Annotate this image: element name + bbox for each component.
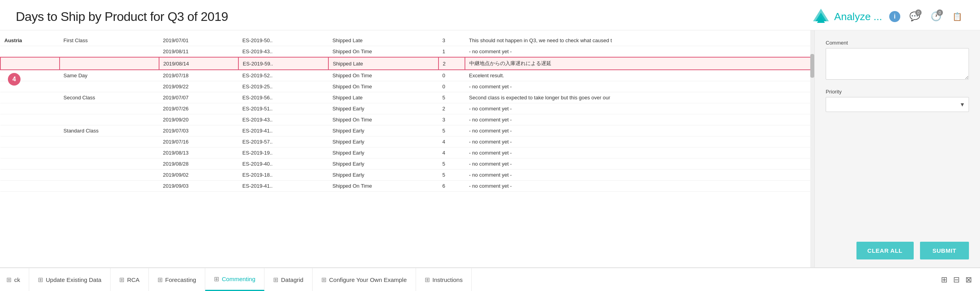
table-cell: Shipped On Time [328, 114, 438, 125]
tab-grid-icon: ⊞ [119, 276, 124, 284]
tab-label: Datagrid [281, 276, 304, 283]
info-button[interactable]: i [889, 11, 900, 22]
table-cell: ES-2019-41.. [238, 181, 328, 192]
analyze-label[interactable]: Analyze ... [834, 11, 882, 23]
table-row[interactable]: Standard Class2019/07/03ES-2019-41..Ship… [0, 125, 814, 136]
table-cell [60, 46, 159, 58]
table-cell: ES-2019-25.. [238, 81, 328, 92]
tab-item-rca[interactable]: ⊞RCA [111, 268, 149, 291]
table-scrollbar-thumb[interactable] [810, 54, 814, 78]
analyze-icon [811, 7, 830, 26]
table-cell [60, 147, 159, 159]
table-cell [0, 159, 60, 170]
table-cell: Shipped Late [328, 35, 438, 46]
table-cell [0, 57, 60, 70]
tab-grid-icon: ⊞ [321, 276, 326, 284]
table-cell: ES-2019-41.. [238, 125, 328, 136]
table-cell: 2019/09/02 [159, 170, 238, 181]
table-cell: 2019/09/20 [159, 114, 238, 125]
table-cell: - no comment yet - [465, 181, 814, 192]
table-section: 4 AustriaFirst Class2019/07/01ES-2019-50… [0, 30, 814, 267]
table-cell: 0 [438, 81, 465, 92]
table-cell [0, 136, 60, 147]
table-row[interactable]: 2019/08/14ES-2019-59..Shipped Late2中継地点か… [0, 57, 814, 70]
table-cell: 6 [438, 181, 465, 192]
tab-item-update-existing-data[interactable]: ⊞Update Existing Data [29, 268, 111, 291]
table-cell: 4 [438, 147, 465, 159]
tab-item-commenting[interactable]: ⊞Commenting [205, 268, 264, 291]
tab-item-configure-your-own-example[interactable]: ⊞Configure Your Own Example [313, 268, 416, 291]
table-cell: ES-2019-51.. [238, 103, 328, 114]
table-cell: 2019/07/16 [159, 136, 238, 147]
tab-item-ck[interactable]: ⊞ck [2, 268, 29, 291]
table-cell: Shipped Late [328, 57, 438, 70]
table-cell [0, 114, 60, 125]
table-cell: 5 [438, 92, 465, 103]
clock-icon-button[interactable]: 🕐 0 [929, 9, 943, 24]
table-cell: ES-2019-43.. [238, 46, 328, 58]
table-cell: - no comment yet - [465, 170, 814, 181]
table-row[interactable]: 2019/08/28ES-2019-40..Shipped Early5- no… [0, 159, 814, 170]
table-cell: Shipped Early [328, 103, 438, 114]
comment-label: Comment [826, 40, 969, 46]
tab-label: ck [14, 276, 20, 283]
clock-badge: 0 [937, 9, 943, 16]
bottom-tabs: ⊞ck⊞Update Existing Data⊞RCA⊞Forecasting… [0, 267, 980, 291]
table-row[interactable]: 2019/09/20ES-2019-43..Shipped On Time3- … [0, 114, 814, 125]
priority-select[interactable]: High Medium Low [826, 97, 969, 112]
tab-action-icon-1[interactable]: ⊟ [953, 275, 960, 284]
table-row[interactable]: 2019/08/11ES-2019-43..Shipped On Time1- … [0, 46, 814, 58]
priority-label: Priority [826, 89, 969, 95]
tab-action-icon-0[interactable]: ⊞ [941, 275, 948, 284]
table-cell: 2019/07/26 [159, 103, 238, 114]
table-cell [60, 136, 159, 147]
panel-buttons: CLEAR ALL SUBMIT [826, 242, 969, 259]
tab-item-datagrid[interactable]: ⊞Datagrid [264, 268, 313, 291]
table-cell: Second Class [60, 92, 159, 103]
table-row[interactable]: 2019/07/26ES-2019-51..Shipped Early2- no… [0, 103, 814, 114]
table-row[interactable]: 2019/09/02ES-2019-18..Shipped Early5- no… [0, 170, 814, 181]
table-cell: Shipped On Time [328, 70, 438, 81]
comment-icon-button[interactable]: 💬 0 [907, 9, 922, 24]
submit-button[interactable]: SUBMIT [920, 242, 969, 259]
table-cell: 2019/07/07 [159, 92, 238, 103]
table-row[interactable]: 2019/07/16ES-2019-57..Shipped Early4- no… [0, 136, 814, 147]
table-row[interactable]: Same Day2019/07/18ES-2019-52..Shipped On… [0, 70, 814, 81]
table-cell: This should not happen in Q3, we need to… [465, 35, 814, 46]
table-row[interactable]: AustriaFirst Class2019/07/01ES-2019-50..… [0, 35, 814, 46]
table-cell: ES-2019-59.. [238, 57, 328, 70]
comment-field-container: Comment [826, 40, 969, 81]
table-cell: ES-2019-56.. [238, 92, 328, 103]
table-cell: 2019/07/18 [159, 70, 238, 81]
header: Days to Ship by Product for Q3 of 2019 A… [0, 0, 980, 30]
table-cell: Second class is expected to take longer … [465, 92, 814, 103]
tab-item-instructions[interactable]: ⊞Instructions [416, 268, 472, 291]
table-cell: Standard Class [60, 125, 159, 136]
table-row[interactable]: Second Class2019/07/07ES-2019-56..Shippe… [0, 92, 814, 103]
tab-item-forecasting[interactable]: ⊞Forecasting [149, 268, 205, 291]
table-cell: Same Day [60, 70, 159, 81]
export-icon-button[interactable]: 📋 [950, 9, 964, 24]
table-cell: 2019/08/28 [159, 159, 238, 170]
table-cell: - no comment yet - [465, 136, 814, 147]
table-cell [0, 46, 60, 58]
table-cell: Shipped Early [328, 147, 438, 159]
table-cell [60, 103, 159, 114]
comment-badge: 0 [915, 9, 922, 16]
table-cell: Shipped On Time [328, 181, 438, 192]
header-right: Analyze ... i 💬 0 🕐 0 📋 [811, 7, 964, 26]
table-cell: - no comment yet - [465, 147, 814, 159]
tab-action-icon-2[interactable]: ⊠ [965, 275, 972, 284]
table-scrollbar[interactable] [810, 30, 814, 267]
comment-input[interactable] [826, 48, 969, 80]
main-content: 4 AustriaFirst Class2019/07/01ES-2019-50… [0, 30, 980, 267]
table-row[interactable]: 2019/09/22ES-2019-25..Shipped On Time0- … [0, 81, 814, 92]
table-cell: 中継地点からの入庫遅れによる遅延 [465, 57, 814, 70]
clear-all-button[interactable]: CLEAR ALL [856, 242, 914, 259]
table-cell: 3 [438, 35, 465, 46]
table-row[interactable]: 2019/08/13ES-2019-19..Shipped Early4- no… [0, 147, 814, 159]
table-cell [0, 181, 60, 192]
tab-label: Configure Your Own Example [329, 276, 407, 283]
table-row[interactable]: 2019/09/03ES-2019-41..Shipped On Time6- … [0, 181, 814, 192]
table-cell: Shipped Early [328, 136, 438, 147]
